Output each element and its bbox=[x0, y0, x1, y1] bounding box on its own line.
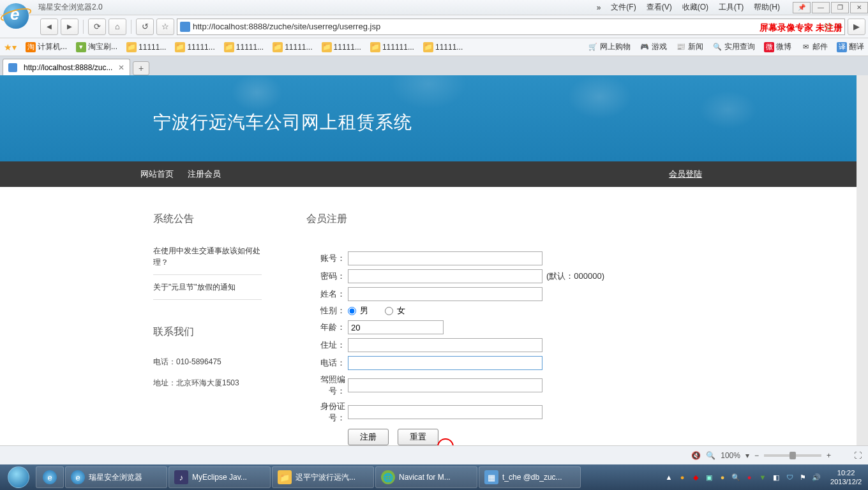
menu-tools[interactable]: 工具(T) bbox=[714, 2, 749, 13]
menu-help[interactable]: 帮助(H) bbox=[749, 2, 785, 13]
bookmark-mail[interactable]: ✉邮件 bbox=[800, 41, 828, 52]
label-license: 驾照编号： bbox=[306, 374, 348, 397]
zoom-out-icon[interactable]: − bbox=[754, 451, 759, 460]
bookmark-item[interactable]: 📁11111... bbox=[322, 42, 361, 52]
site-nav: 网站首页 注册会员 会员登陆 bbox=[0, 161, 857, 187]
sound-icon[interactable]: 🔇 bbox=[691, 451, 701, 460]
history-button[interactable]: ↺ bbox=[136, 19, 154, 35]
submit-button[interactable]: 注册 bbox=[348, 429, 389, 445]
reset-button[interactable]: 重置 bbox=[398, 429, 438, 445]
tray-icon[interactable]: 🛡 bbox=[784, 472, 795, 482]
taskbar-clock[interactable]: 10:22 2013/12/2 bbox=[827, 468, 865, 487]
bookmark-item[interactable]: 📁11111... bbox=[175, 42, 214, 52]
input-license[interactable] bbox=[348, 378, 542, 392]
minimize-button[interactable]: — bbox=[812, 2, 830, 13]
notice-link[interactable]: 关于"元旦节"放假的通知 bbox=[153, 275, 262, 300]
watermark-text: 屏幕录像专家 未注册 bbox=[760, 22, 842, 34]
pin-button[interactable]: 📌 bbox=[793, 2, 811, 13]
title-bar: 瑞星安全浏览器2.0 » 文件(F) 查看(V) 收藏(O) 工具(T) 帮助(… bbox=[0, 0, 868, 15]
browser-logo-icon bbox=[3, 3, 35, 35]
input-account[interactable] bbox=[348, 251, 542, 265]
favorite-button[interactable]: ☆ bbox=[156, 19, 174, 35]
zoom-slider[interactable] bbox=[764, 454, 821, 457]
main-form: 会员注册 账号： 密码：(默认：000000) 姓名： 性别： 男 女 年龄： … bbox=[306, 212, 857, 445]
tray-icon[interactable]: ▼ bbox=[758, 472, 768, 482]
label-female: 女 bbox=[397, 305, 405, 316]
tray-icon[interactable]: ● bbox=[717, 472, 728, 482]
tray-volume-icon[interactable]: 🔊 bbox=[811, 472, 821, 482]
sidebar: 系统公告 在使用中发生交通事故该如何处理？ 关于"元旦节"放假的通知 联系我们 … bbox=[153, 212, 262, 445]
task-myeclipse[interactable]: ♪MyEclipse Jav... bbox=[168, 466, 271, 488]
input-idcard[interactable] bbox=[348, 405, 542, 419]
site-title: 宁波行远汽车公司网上租赁系统 bbox=[153, 110, 412, 135]
back-button[interactable]: ◄ bbox=[40, 19, 58, 35]
nav-register[interactable]: 注册会员 bbox=[188, 168, 221, 180]
address-bar[interactable]: http://localhost:8888/zuche/site/userreg… bbox=[177, 19, 845, 35]
tab-close-icon[interactable]: ✕ bbox=[118, 63, 124, 72]
notice-link[interactable]: 在使用中发生交通事故该如何处理？ bbox=[153, 239, 262, 275]
menu-file[interactable]: 文件(F) bbox=[606, 2, 641, 13]
radio-male[interactable] bbox=[348, 307, 356, 315]
task-dbtable[interactable]: ▦t_che @db_zuc... bbox=[479, 466, 581, 488]
new-tab-button[interactable]: + bbox=[133, 61, 149, 75]
bookmarks-star-icon[interactable]: ★▾ bbox=[4, 42, 17, 52]
zoom-icon[interactable]: 🔍 bbox=[706, 451, 715, 460]
bookmark-translate[interactable]: 译翻译 bbox=[837, 41, 864, 52]
bookmark-search[interactable]: 🔍实用查询 bbox=[712, 41, 755, 52]
contact-address: 地址：北京环海大厦1503 bbox=[153, 373, 262, 394]
task-explorer[interactable]: 📁迟平宁波行远汽... bbox=[272, 466, 374, 488]
menu-favorites[interactable]: 收藏(O) bbox=[677, 2, 714, 13]
bookmark-shopping[interactable]: 🛒网上购物 bbox=[588, 41, 631, 52]
tray-icon[interactable]: ▣ bbox=[704, 472, 714, 482]
go-button[interactable]: ▶ bbox=[848, 19, 865, 35]
label-gender: 性别： bbox=[306, 305, 348, 316]
input-age[interactable] bbox=[348, 320, 444, 334]
task-browser[interactable]: e瑞星安全浏览器 bbox=[65, 466, 167, 488]
refresh-button[interactable]: ⟳ bbox=[88, 19, 106, 35]
tray-icon[interactable]: ◧ bbox=[771, 472, 781, 482]
contact-phone: 电话：010-5896475 bbox=[153, 352, 262, 373]
radio-female[interactable] bbox=[385, 307, 393, 315]
maximize-button[interactable]: ❐ bbox=[831, 2, 849, 13]
tray-icon[interactable]: ● bbox=[677, 472, 687, 482]
page-content: 宁波行远汽车公司网上租赁系统 网站首页 注册会员 会员登陆 系统公告 在使用中发… bbox=[0, 75, 868, 445]
nav-home[interactable]: 网站首页 bbox=[140, 168, 174, 180]
tray-icon[interactable]: ◆ bbox=[691, 472, 701, 482]
bookmark-item[interactable]: 📁11111... bbox=[423, 42, 463, 52]
close-button[interactable]: ✕ bbox=[850, 2, 868, 13]
input-phone[interactable] bbox=[348, 356, 542, 370]
fullscreen-icon[interactable]: ⛶ bbox=[854, 451, 862, 460]
bookmark-item[interactable]: 📁11111... bbox=[224, 42, 264, 52]
start-button[interactable] bbox=[3, 466, 34, 489]
nav-login[interactable]: 会员登陆 bbox=[669, 168, 702, 180]
tray-icon[interactable]: ● bbox=[744, 472, 754, 482]
input-name[interactable] bbox=[348, 287, 542, 301]
site-banner: 宁波行远汽车公司网上租赁系统 bbox=[0, 75, 857, 161]
label-male: 男 bbox=[360, 305, 368, 316]
input-password[interactable] bbox=[348, 269, 542, 283]
task-ie-pinned[interactable]: e bbox=[36, 466, 64, 488]
zoom-dropdown-icon[interactable]: ▾ bbox=[745, 451, 749, 460]
tray-icon[interactable]: ⚑ bbox=[798, 472, 808, 482]
bookmark-item[interactable]: 📁111111... bbox=[370, 42, 414, 52]
bookmark-games[interactable]: 🎮游戏 bbox=[640, 41, 667, 52]
tab-active[interactable]: http://localhost:8888/zuc... ✕ bbox=[3, 59, 130, 75]
label-name: 姓名： bbox=[306, 288, 348, 300]
menu-more[interactable]: » bbox=[592, 3, 606, 12]
home-button[interactable]: ⌂ bbox=[108, 19, 126, 35]
forward-button[interactable]: ► bbox=[61, 19, 79, 35]
bookmark-item[interactable]: 📁11111... bbox=[273, 42, 312, 52]
task-navicat[interactable]: 🌐Navicat for M... bbox=[375, 466, 477, 488]
tray-icon[interactable]: 🔍 bbox=[731, 472, 741, 482]
bookmark-weibo[interactable]: 微微博 bbox=[764, 41, 791, 52]
bookmark-item[interactable]: ▾淘宝刷... bbox=[76, 41, 117, 52]
bookmark-news[interactable]: 📰新闻 bbox=[676, 41, 703, 52]
tray-icon[interactable]: ▲ bbox=[664, 472, 674, 482]
menu-view[interactable]: 查看(V) bbox=[641, 2, 677, 13]
label-phone: 电话： bbox=[306, 357, 348, 369]
bookmark-item[interactable]: 📁11111... bbox=[126, 42, 166, 52]
input-address[interactable] bbox=[348, 338, 542, 352]
zoom-in-icon[interactable]: + bbox=[827, 451, 831, 460]
label-idcard: 身份证号： bbox=[306, 401, 348, 424]
bookmark-item[interactable]: 淘计算机... bbox=[26, 41, 67, 52]
